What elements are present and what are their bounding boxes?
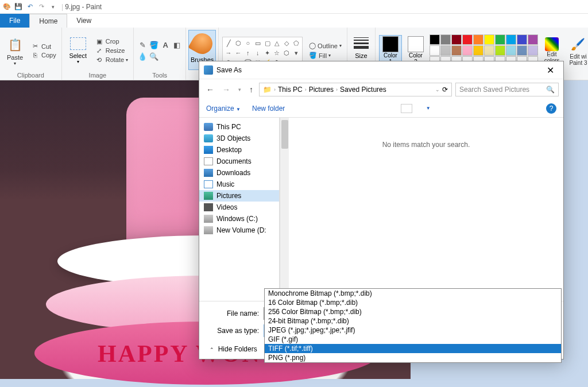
size-button[interactable]: Size▾ [351, 37, 372, 64]
palette-swatch[interactable] [484, 34, 494, 45]
tree-item[interactable]: This PC [199, 121, 279, 133]
chevron-down-icon[interactable]: ⌄ [435, 87, 440, 92]
folder-tree[interactable]: This PC3D ObjectsDesktopDocumentsDownloa… [199, 118, 280, 301]
eraser-icon[interactable]: ◧ [172, 40, 182, 50]
view-button[interactable] [401, 104, 412, 113]
palette-swatch[interactable] [462, 34, 473, 45]
palette-swatch[interactable] [473, 34, 483, 45]
paint3d-button[interactable]: 🖌️ Edit wi Paint 3 [566, 32, 588, 69]
palette-swatch[interactable] [517, 34, 527, 45]
palette-swatch[interactable] [506, 34, 516, 45]
crop-button[interactable]: ▣Crop [93, 37, 130, 46]
text-icon[interactable]: A [160, 40, 171, 50]
recent-dropdown-icon[interactable]: ▾ [236, 86, 243, 94]
type-option[interactable]: GIF (*.gif) [265, 335, 561, 344]
app-icon: 🎨 [2, 2, 11, 11]
brush-icon [188, 29, 216, 57]
folder-icon [204, 123, 213, 131]
palette-swatch[interactable] [528, 45, 538, 56]
palette-swatch[interactable] [430, 45, 440, 56]
select-icon [70, 37, 86, 50]
tab-file[interactable]: File [0, 14, 29, 28]
tools-grid: ✎ 🪣 A ◧ 💧 🔍 [137, 40, 182, 61]
fill-icon[interactable]: 🪣 [149, 40, 159, 50]
tree-item[interactable]: Downloads [199, 167, 279, 179]
palette-swatch[interactable] [473, 45, 483, 56]
tree-item[interactable]: 3D Objects [199, 133, 279, 144]
tree-item[interactable]: Desktop [199, 144, 279, 156]
palette-swatch[interactable] [528, 34, 538, 45]
palette-swatch[interactable] [440, 34, 451, 45]
tree-item[interactable]: Videos [199, 202, 279, 213]
view-dropdown-icon[interactable]: ▼ [426, 106, 431, 111]
copy-button[interactable]: ⎘Copy [29, 51, 58, 59]
color2-swatch [408, 36, 424, 52]
palette-swatch[interactable] [517, 45, 527, 56]
undo-icon[interactable]: ↶ [25, 2, 34, 11]
type-option[interactable]: Monochrome Bitmap (*.bmp;*.dib) [265, 289, 561, 298]
tree-item[interactable]: Pictures [199, 190, 279, 202]
close-button[interactable]: ✕ [542, 64, 559, 77]
dialog-title: Save As [216, 66, 242, 74]
palette-swatch[interactable] [495, 45, 505, 56]
breadcrumb[interactable]: 📁› This PC› Pictures› Saved Pictures ⌄ ⟳ [259, 83, 452, 96]
palette-swatch[interactable] [484, 45, 494, 56]
palette-swatch[interactable] [506, 45, 516, 56]
back-button[interactable]: ← [204, 84, 216, 95]
new-folder-button[interactable]: New folder [252, 105, 285, 113]
type-option[interactable]: 256 Color Bitmap (*.bmp;*.dib) [265, 307, 561, 316]
organize-button[interactable]: Organize ▼ [206, 105, 241, 113]
folder-icon [204, 203, 213, 211]
palette-swatch[interactable] [430, 34, 440, 45]
search-input[interactable]: Search Saved Pictures 🔍 [455, 83, 559, 96]
type-dropdown-list[interactable]: Monochrome Bitmap (*.bmp;*.dib)16 Color … [264, 288, 562, 363]
tree-item[interactable]: Windows (C:) [199, 213, 279, 225]
folder-icon [204, 192, 213, 200]
up-button[interactable]: ↑ [247, 84, 256, 95]
tree-item[interactable]: Documents [199, 156, 279, 167]
rotate-button[interactable]: ⟲Rotate ▾ [93, 56, 130, 64]
fill-shape-button[interactable]: 🪣 Fill ▾ [307, 51, 343, 60]
palette-swatch[interactable] [440, 45, 451, 56]
select-button[interactable]: Select▾ [65, 37, 91, 64]
folder-icon [204, 215, 213, 223]
file-list: No items match your search. [289, 118, 563, 301]
pencil-icon[interactable]: ✎ [137, 40, 148, 50]
folder-icon [204, 146, 213, 154]
resize-icon: ⤢ [95, 47, 104, 55]
shapes-gallery[interactable]: ╱⬡○▭▢△◇⬠ →←↑↓✦☆⬡▾ ⬡☁💬♡⚡⬢◐▾ [222, 37, 303, 64]
refresh-icon[interactable]: ⟳ [442, 86, 448, 94]
eyedropper-icon[interactable]: 💧 [137, 51, 148, 61]
palette-swatch[interactable] [462, 45, 473, 56]
edit-colors-icon [545, 37, 559, 51]
type-option[interactable]: JPEG (*.jpg;*.jpeg;*.jpe;*.jfif) [265, 326, 561, 335]
outline-button[interactable]: ◯ Outline ▾ [307, 41, 343, 50]
tab-view[interactable]: View [67, 14, 100, 28]
tab-home[interactable]: Home [29, 14, 67, 28]
palette-swatch[interactable] [451, 34, 462, 45]
paste-icon: 📋 [6, 36, 24, 54]
resize-button[interactable]: ⤢Resize [93, 47, 130, 55]
help-button[interactable]: ? [546, 103, 556, 114]
tree-scrollbar[interactable] [280, 118, 289, 301]
type-label: Save as type: [207, 327, 264, 335]
type-option[interactable]: 16 Color Bitmap (*.bmp;*.dib) [265, 298, 561, 307]
paste-button[interactable]: 📋 Paste▾ [3, 32, 26, 69]
type-option[interactable]: TIFF (*.tif;*.tiff) [265, 344, 561, 353]
search-icon: 🔍 [546, 86, 555, 94]
type-option[interactable]: 24-bit Bitmap (*.bmp;*.dib) [265, 316, 561, 326]
magnifier-icon[interactable]: 🔍 [149, 51, 159, 61]
folder-icon [204, 169, 213, 177]
redo-icon[interactable]: ↷ [37, 2, 46, 11]
save-icon[interactable]: 💾 [14, 2, 23, 11]
cut-button[interactable]: ✂Cut [29, 42, 58, 51]
tree-item[interactable]: Music [199, 179, 279, 190]
palette-swatch[interactable] [451, 45, 462, 56]
palette-swatch[interactable] [495, 34, 505, 45]
type-option[interactable]: PNG (*.png) [265, 353, 561, 362]
tree-item[interactable]: New Volume (D: [199, 225, 279, 236]
crop-icon: ▣ [95, 38, 104, 45]
fill-shape-icon: 🪣 [309, 52, 317, 59]
qat-dropdown-icon[interactable]: ▾ [48, 2, 57, 11]
forward-button[interactable]: → [220, 84, 233, 95]
